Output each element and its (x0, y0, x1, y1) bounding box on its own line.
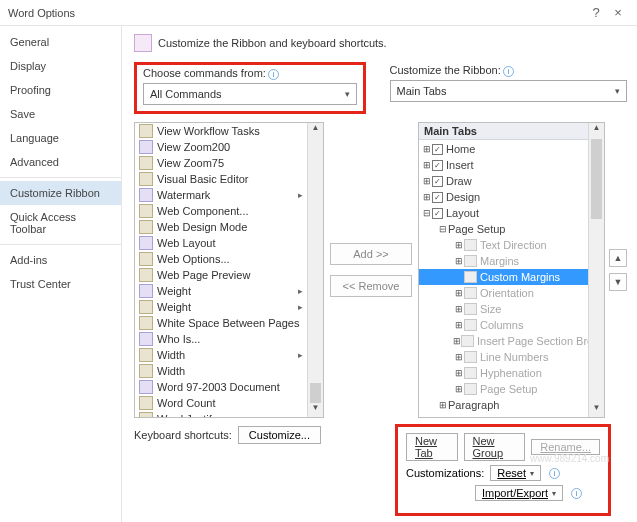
command-icon (139, 268, 153, 282)
import-export-button[interactable]: Import/Export (475, 485, 563, 501)
add-button[interactable]: Add >> (330, 243, 412, 265)
command-icon (139, 412, 153, 417)
tree-node[interactable]: ⊞✓Draw (419, 173, 588, 189)
command-icon (139, 364, 153, 378)
scrollbar[interactable]: ▲ ▼ (307, 123, 323, 417)
checkbox[interactable]: ✓ (432, 208, 443, 219)
command-item[interactable]: Word 97-2003 Document (135, 379, 307, 395)
info-icon[interactable]: i (503, 66, 514, 77)
ribbon-tree[interactable]: Main Tabs ⊞✓Home⊞✓Insert⊞✓Draw⊞✓Design⊟✓… (418, 122, 605, 418)
command-item[interactable]: Word Justify (135, 411, 307, 417)
sidebar-addins[interactable]: Add-ins (0, 248, 121, 272)
highlight-customizations: New Tab New Group Rename... Customizatio… (395, 424, 611, 516)
sidebar-language[interactable]: Language (0, 126, 121, 150)
tree-node[interactable]: ⊞Paragraph (419, 397, 588, 413)
info-icon[interactable]: i (571, 488, 582, 499)
command-item[interactable]: Watermark▸ (135, 187, 307, 203)
tree-node[interactable]: ⊞✓Home (419, 141, 588, 157)
sidebar-save[interactable]: Save (0, 102, 121, 126)
checkbox[interactable]: ✓ (432, 160, 443, 171)
sidebar-display[interactable]: Display (0, 54, 121, 78)
command-icon (139, 252, 153, 266)
window-title: Word Options (8, 7, 585, 19)
sidebar-proofing[interactable]: Proofing (0, 78, 121, 102)
checkbox[interactable]: ✓ (432, 144, 443, 155)
customize-ribbon-label: Customize the Ribbon:i (390, 64, 628, 77)
command-item[interactable]: Web Page Preview (135, 267, 307, 283)
command-item[interactable]: Visual Basic Editor (135, 171, 307, 187)
rename-button[interactable]: Rename... (531, 439, 600, 455)
command-item[interactable]: Web Design Mode (135, 219, 307, 235)
command-item[interactable]: Web Options... (135, 251, 307, 267)
command-icon (139, 380, 153, 394)
tree-node[interactable]: ⊞Arrange (419, 413, 588, 417)
sidebar-separator (0, 244, 121, 245)
scroll-up-icon[interactable]: ▲ (308, 123, 323, 137)
scroll-up-icon[interactable]: ▲ (589, 123, 604, 137)
commands-listbox[interactable]: View Workflow TasksView Zoom200View Zoom… (134, 122, 324, 418)
command-item[interactable]: Width (135, 363, 307, 379)
scrollbar[interactable]: ▲ ▼ (588, 123, 604, 417)
scroll-thumb[interactable] (591, 139, 602, 219)
checkbox[interactable]: ✓ (432, 192, 443, 203)
command-item[interactable]: View Zoom75 (135, 155, 307, 171)
info-icon[interactable]: i (268, 69, 279, 80)
sidebar-qat[interactable]: Quick Access Toolbar (0, 205, 121, 241)
command-item[interactable]: Who Is... (135, 331, 307, 347)
command-icon (139, 332, 153, 346)
command-icon (139, 300, 153, 314)
new-tab-button[interactable]: New Tab (406, 433, 458, 461)
command-item[interactable]: Web Layout (135, 235, 307, 251)
command-icon (139, 284, 153, 298)
tree-item-icon (461, 335, 474, 347)
tree-item-icon (464, 351, 477, 363)
scroll-thumb[interactable] (310, 383, 321, 403)
command-item[interactable]: View Zoom200 (135, 139, 307, 155)
sidebar-general[interactable]: General (0, 30, 121, 54)
tree-node[interactable]: ⊞Columns (419, 317, 588, 333)
tree-node[interactable]: ⊞✓Design (419, 189, 588, 205)
tree-item-icon (464, 255, 477, 267)
tree-node[interactable]: ⊞Hyphenation (419, 365, 588, 381)
command-icon (139, 140, 153, 154)
customize-ribbon-combo[interactable]: Main Tabs (390, 80, 628, 102)
info-icon[interactable]: i (549, 468, 560, 479)
close-button[interactable]: × (607, 5, 629, 20)
command-item[interactable]: Weight▸ (135, 299, 307, 315)
sidebar-customize-ribbon[interactable]: Customize Ribbon (0, 181, 121, 205)
tree-node[interactable]: ⊞Insert Page Section Breaks (419, 333, 588, 349)
choose-commands-combo[interactable]: All Commands (143, 83, 357, 105)
new-group-button[interactable]: New Group (464, 433, 526, 461)
tree-node[interactable]: ⊞Text Direction (419, 237, 588, 253)
command-icon (139, 172, 153, 186)
tree-node[interactable]: ⊞Page Setup (419, 381, 588, 397)
highlight-commands-from: Choose commands from:i All Commands (134, 62, 366, 114)
checkbox[interactable]: ✓ (432, 176, 443, 187)
tree-item-icon (464, 287, 477, 299)
tree-node[interactable]: ⊟Page Setup (419, 221, 588, 237)
command-item[interactable]: Web Component... (135, 203, 307, 219)
tree-node[interactable]: ⊞Orientation (419, 285, 588, 301)
move-down-button[interactable]: ▼ (609, 273, 627, 291)
tree-node[interactable]: ⊞Margins (419, 253, 588, 269)
help-button[interactable]: ? (585, 5, 607, 20)
customizations-label: Customizations: (406, 467, 484, 479)
tree-node[interactable]: Custom Margins (419, 269, 588, 285)
scroll-down-icon[interactable]: ▼ (308, 403, 323, 417)
tree-node[interactable]: ⊟✓Layout (419, 205, 588, 221)
reset-button[interactable]: Reset (490, 465, 541, 481)
customize-keyboard-button[interactable]: Customize... (238, 426, 321, 444)
command-item[interactable]: View Workflow Tasks (135, 123, 307, 139)
scroll-down-icon[interactable]: ▼ (589, 403, 604, 417)
tree-node[interactable]: ⊞Line Numbers (419, 349, 588, 365)
command-item[interactable]: Weight▸ (135, 283, 307, 299)
sidebar-trust[interactable]: Trust Center (0, 272, 121, 296)
command-item[interactable]: Width▸ (135, 347, 307, 363)
tree-node[interactable]: ⊞Size (419, 301, 588, 317)
remove-button[interactable]: << Remove (330, 275, 412, 297)
tree-node[interactable]: ⊞✓Insert (419, 157, 588, 173)
command-item[interactable]: White Space Between Pages (135, 315, 307, 331)
sidebar-advanced[interactable]: Advanced (0, 150, 121, 174)
move-up-button[interactable]: ▲ (609, 249, 627, 267)
command-item[interactable]: Word Count (135, 395, 307, 411)
